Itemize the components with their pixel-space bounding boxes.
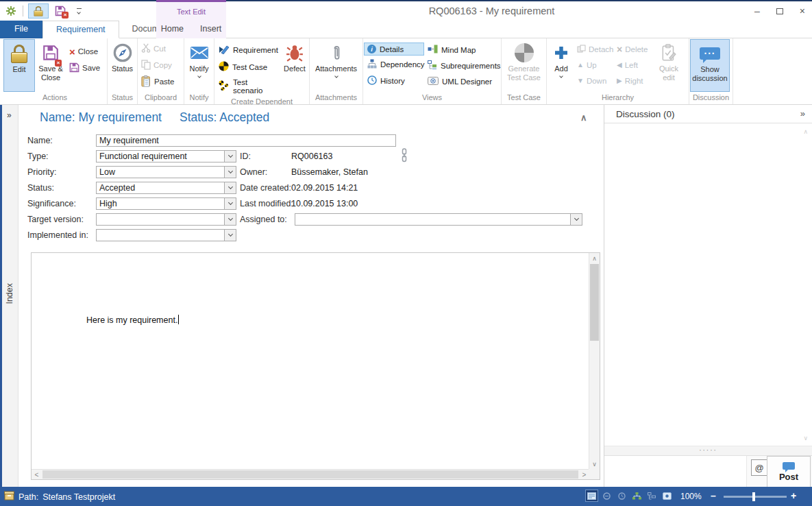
status-dropdown-arrow[interactable]	[224, 182, 236, 193]
significance-dropdown[interactable]: High	[96, 197, 236, 210]
app-logo-gear-icon[interactable]	[4, 3, 18, 19]
application-window: Text Edit RQ006163 - My requirement – × …	[0, 0, 812, 506]
detach-label: Detach	[589, 45, 613, 53]
tab-requirement[interactable]: Requirement	[42, 21, 119, 38]
close-window-button[interactable]: ×	[800, 6, 805, 16]
group-label-clipboard: Clipboard	[138, 93, 184, 104]
implemented-in-dropdown[interactable]	[96, 229, 236, 241]
expand-sidebar-icon[interactable]: »	[7, 110, 12, 120]
vertical-scroll-thumb[interactable]	[590, 264, 599, 341]
show-discussion-button[interactable]: Show discussion	[690, 39, 730, 92]
attachments-button[interactable]: Attachments	[312, 39, 361, 92]
zoom-slider-thumb[interactable]	[752, 492, 755, 501]
discussion-header: Discussion (0) »	[604, 105, 812, 123]
index-sidebar[interactable]: » Index	[0, 105, 19, 487]
index-tab-label[interactable]: Index	[5, 283, 14, 304]
description-editor[interactable]: Here is my requirement. ∧ ∨ < >	[31, 252, 600, 480]
assigned-to-dropdown-arrow[interactable]	[570, 214, 582, 225]
delete-label: Delete	[625, 45, 648, 53]
status-dropdown[interactable]: Accepted	[96, 182, 236, 194]
name-input[interactable]	[96, 134, 396, 147]
close-button[interactable]: × Close	[66, 43, 103, 60]
statusbar-subrequirements-view-icon[interactable]	[645, 490, 659, 502]
zoom-in-button[interactable]: +	[791, 490, 796, 501]
scroll-down-button[interactable]: ∨	[589, 459, 600, 469]
discussion-scroll-up-icon[interactable]: ∧	[803, 128, 808, 135]
notify-button[interactable]: Notify	[185, 39, 213, 92]
zoom-slider[interactable]	[724, 496, 787, 498]
statusbar-uml-view-icon[interactable]	[661, 490, 674, 502]
qat-lock-button[interactable]	[28, 3, 49, 19]
discussion-scroll-down-icon[interactable]: ∨	[803, 435, 808, 442]
qat-save-close-button[interactable]	[53, 3, 67, 19]
group-label-discussion: Discussion	[689, 93, 733, 104]
collapse-header-icon[interactable]: ∧	[580, 112, 587, 123]
scroll-left-button[interactable]: <	[32, 470, 42, 479]
type-dropdown-arrow[interactable]	[224, 151, 236, 162]
cut-label: Cut	[153, 45, 166, 53]
add-button[interactable]: Add	[548, 39, 575, 92]
create-requirement-button[interactable]: Requirement	[215, 43, 281, 58]
scroll-up-button[interactable]: ∧	[589, 253, 600, 263]
priority-dropdown[interactable]: Low	[96, 166, 236, 178]
significance-value: High	[97, 199, 224, 208]
minimize-button[interactable]: –	[754, 6, 760, 16]
implemented-in-dropdown-arrow[interactable]	[224, 230, 236, 241]
view-dependency-label: Dependency	[380, 60, 425, 69]
cut-button: Cut	[138, 40, 177, 57]
tab-insert[interactable]: Insert	[195, 21, 227, 38]
maximize-button[interactable]	[776, 8, 783, 14]
scroll-right-button[interactable]: >	[579, 470, 589, 479]
tab-file[interactable]: File	[0, 21, 42, 38]
move-down-button: ▼ Down	[575, 73, 615, 88]
view-subrequirements-item[interactable]: Subrequirements	[424, 58, 498, 73]
statusbar-dependency-view-icon[interactable]	[630, 490, 643, 502]
zoom-out-button[interactable]: –	[711, 490, 716, 501]
type-dropdown[interactable]: Functional requirement	[96, 150, 236, 162]
group-label-attachments: Attachments	[310, 93, 362, 104]
view-history-item[interactable]: History	[364, 73, 424, 88]
view-details-item[interactable]: Details	[364, 43, 424, 56]
statusbar-details-view-icon[interactable]	[585, 490, 598, 502]
create-test-case-button[interactable]: Test Case	[215, 59, 281, 75]
editor-horizontal-scrollbar[interactable]: < >	[32, 469, 589, 479]
view-dependency-item[interactable]: Dependency	[364, 57, 424, 72]
target-version-dropdown-arrow[interactable]	[224, 214, 236, 225]
close-label: Close	[78, 47, 98, 56]
ribbon-group-create-dependent: Requirement Test Case Test scenario	[214, 38, 310, 104]
view-mind-map-item[interactable]: Mind Map	[424, 43, 498, 57]
qat-customize-dropdown[interactable]	[72, 3, 86, 19]
status-field-label: Status:	[27, 183, 54, 193]
message-input[interactable]	[604, 456, 747, 487]
assigned-to-dropdown[interactable]	[295, 213, 582, 226]
tab-home[interactable]: Home	[156, 21, 189, 38]
editor-vertical-scrollbar[interactable]: ∧ ∨	[589, 253, 600, 469]
create-test-scenario-button[interactable]: Test scenario	[215, 76, 281, 97]
horizontal-scroll-thumb[interactable]	[42, 470, 578, 479]
attachments-dropdown-icon	[334, 74, 339, 78]
save-and-close-button[interactable]: Save & Close	[35, 39, 66, 92]
create-defect-button[interactable]: Defect	[281, 39, 308, 92]
save-button[interactable]: Save	[66, 60, 103, 76]
significance-dropdown-arrow[interactable]	[224, 198, 236, 209]
target-version-dropdown[interactable]	[96, 213, 236, 226]
status-button[interactable]: Status	[108, 39, 136, 92]
statusbar-history-view-icon[interactable]	[615, 490, 628, 502]
move-up-button: ▲ Up	[575, 57, 615, 73]
panel-splitter[interactable]: ·····	[604, 446, 812, 455]
delete-button: × Delete	[615, 41, 653, 57]
priority-dropdown-arrow[interactable]	[224, 167, 236, 178]
link-chain-icon[interactable]	[401, 148, 408, 165]
ribbon-group-clipboard: Cut Copy Paste Cl	[138, 38, 184, 104]
qat-separator	[23, 5, 23, 16]
contextual-tabs: Home Insert	[156, 21, 226, 38]
post-button[interactable]: Post	[767, 456, 811, 487]
mention-button[interactable]: @	[751, 459, 767, 476]
view-uml-designer-item[interactable]: UML Designer	[424, 75, 498, 88]
edit-button[interactable]: Edit	[3, 39, 35, 92]
collapse-panel-icon[interactable]: »	[800, 108, 805, 119]
statusbar-mind-map-view-icon[interactable]	[600, 490, 613, 502]
paste-button[interactable]: Paste	[138, 73, 177, 90]
copy-button: Copy	[138, 57, 177, 73]
discussion-list: ∧ ∨	[604, 124, 812, 446]
